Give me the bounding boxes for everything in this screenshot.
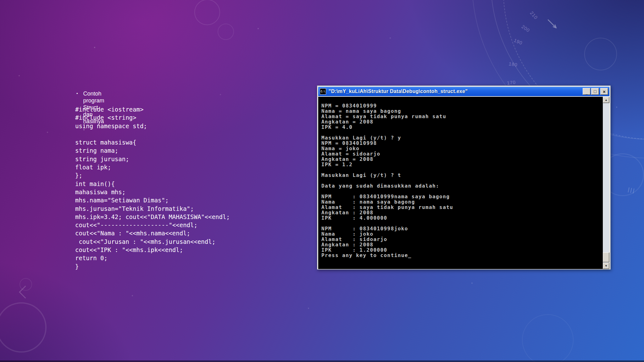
decor-circle [0,302,47,353]
chevron-left-icon [19,286,32,299]
minimize-button[interactable]: _ [583,88,591,95]
scrollbar[interactable]: ▲ ▼ [603,97,609,269]
title-bar[interactable]: C:\ "D:\mY_kuLiAh\Struktur Data\Debug\co… [318,87,609,96]
code-block: #include <iostream> #include <string> us… [75,105,230,271]
decor-circle [218,24,234,40]
degree-label: 180 [508,61,518,68]
decor-circle [19,278,32,291]
console-window[interactable]: C:\ "D:\mY_kuLiAh\Struktur Data\Debug\co… [317,85,611,270]
scroll-thumb[interactable] [603,252,609,262]
window-title: "D:\mY_kuLiAh\Struktur Data\Debug\contoh… [329,89,582,94]
console-output: NPM = 0834010999 Nama = nama saya bagong… [318,97,603,269]
decor-tick-marks [628,187,635,193]
console-body: NPM = 0834010999 Nama = nama saya bagong… [318,97,609,269]
degree-label: 170 [507,80,516,86]
bullet-marker: • [76,90,78,97]
scroll-track[interactable] [603,103,609,263]
close-button[interactable]: × [600,88,608,95]
compass-arrow-icon [546,18,560,32]
decor-circle [194,0,220,25]
degree-label: 190 [513,37,523,46]
decor-circle [584,38,617,70]
degree-label: 210 [529,10,539,20]
scroll-down-button[interactable]: ▼ [603,263,609,269]
console-icon: C:\ [320,88,326,95]
scroll-up-button[interactable]: ▲ [603,97,609,103]
presentation-slide: 210 200 190 180 170 06 08 • Contoh progr… [0,0,644,362]
decor-circle [522,314,574,362]
decor-sparkles [0,0,1,1]
slide-bottom-edge [0,360,644,362]
maximize-button[interactable]: □ [591,88,599,95]
degree-label: 200 [521,24,531,33]
